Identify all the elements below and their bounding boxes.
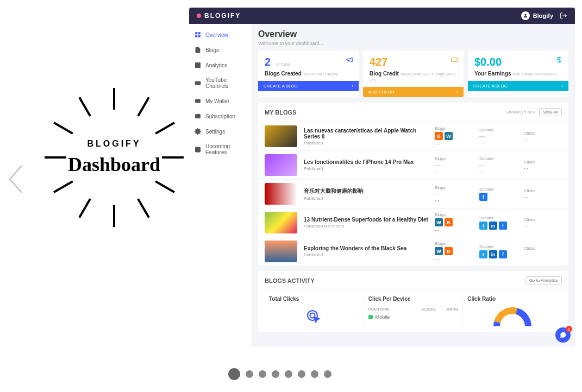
sidebar-label: Overview <box>205 32 228 38</box>
slide-brand: BLOGIFY <box>43 139 185 149</box>
blog-title: Les fonctionnalités de l'iPhone 14 Pro M… <box>304 159 428 165</box>
svg-rect-3 <box>196 35 198 37</box>
svg-rect-11 <box>196 99 201 103</box>
fb-social-icon: f <box>499 250 507 258</box>
card-blogs-created: 2 / 6 Total Blogs CreatedThis Month / Li… <box>258 50 359 97</box>
card-value: $0.00 <box>474 56 502 68</box>
bl-platform-icon: B <box>445 247 453 255</box>
goto-analytics-button[interactable]: Go to Analytics <box>525 276 562 284</box>
blog-thumbnail <box>265 154 297 176</box>
calendar-icon <box>195 146 201 153</box>
carousel-dot[interactable] <box>324 370 331 378</box>
blogs-activity-panel: BLOGS ACTIVITY Go to Analytics Total Cli… <box>258 271 568 332</box>
username: Blogify <box>533 12 553 19</box>
sidebar-item-overview[interactable]: Overview <box>189 27 252 42</box>
chevron-right-icon: › <box>352 84 353 88</box>
device-name: Mobile <box>376 314 390 320</box>
wallet-icon <box>195 98 201 104</box>
blog-thumbnail <box>265 125 297 147</box>
stat-label: Socials <box>479 216 517 220</box>
blog-row[interactable]: 音乐对大脑和健康的影响PublishedBlogs- -- -SocialsfC… <box>258 179 568 208</box>
sidebar-item-subscription[interactable]: Subscription <box>189 109 252 124</box>
view-all-button[interactable]: View All <box>539 108 562 116</box>
wp-platform-icon: W <box>435 247 443 255</box>
add-credit-button[interactable]: ADD CREDIT› <box>363 87 464 97</box>
blog-status: Published <box>304 166 428 171</box>
card-title: Blog Credit <box>370 71 399 77</box>
chat-fab-button[interactable]: 1 <box>555 327 571 343</box>
logout-icon[interactable] <box>560 12 567 20</box>
stat-label: Clicks <box>524 160 562 165</box>
app-logo[interactable]: BLOGIFY <box>197 12 241 20</box>
click-per-device-widget: Click Per Device PLATFORM CLICKS RATIO M… <box>364 296 464 327</box>
blog-title: Las nuevas características del Apple Wat… <box>304 128 428 140</box>
create-blog-button-2[interactable]: CREATE A BLOG› <box>468 81 568 91</box>
card-earnings: $0.00 Your Earningsfrom affiliate commis… <box>468 50 568 97</box>
carousel-dots <box>228 370 331 380</box>
carousel-dot[interactable] <box>246 370 253 378</box>
document-icon <box>195 47 201 53</box>
stat-label: Clicks <box>524 131 562 136</box>
svg-rect-1 <box>196 33 198 35</box>
carousel-dot[interactable] <box>259 370 266 378</box>
chart-icon <box>195 62 201 68</box>
fb-social-icon: f <box>499 222 507 230</box>
carousel-dot[interactable] <box>272 370 279 378</box>
grid-icon <box>195 31 201 38</box>
sidebar-item-youtube[interactable]: YouTube Channels <box>189 73 252 93</box>
sidebar-item-analytics[interactable]: Analytics <box>189 58 252 73</box>
create-blog-button[interactable]: CREATE A BLOG› <box>258 81 359 91</box>
stat-label: Clicks <box>524 246 562 251</box>
svg-rect-16 <box>196 147 201 152</box>
card-value: 427 <box>370 56 387 68</box>
carousel-prev-button[interactable] <box>5 163 27 198</box>
my-blogs-panel: MY BLOGS Showing 5 of 8 View All Las nue… <box>258 103 568 265</box>
stat-label: Blogs <box>435 212 473 217</box>
user-menu[interactable]: Blogify <box>521 11 553 20</box>
megaphone-icon <box>346 56 353 65</box>
li-social-icon: in <box>489 222 497 230</box>
carousel-dot[interactable] <box>298 370 305 378</box>
sidebar-item-blogs[interactable]: Blogs <box>189 42 252 58</box>
blog-thumbnail <box>265 241 297 262</box>
sidebar-item-settings[interactable]: Settings <box>189 124 252 139</box>
wp-platform-icon: W <box>445 132 453 140</box>
carousel-dot[interactable] <box>285 370 292 378</box>
widget-title: Total Clicks <box>269 296 359 302</box>
card-title: Blogs Created <box>265 71 302 77</box>
carousel-dot[interactable] <box>228 368 240 380</box>
blog-title: 13 Nutrient-Dense Superfoods for a Healt… <box>304 217 428 223</box>
blog-thumbnail <box>265 183 297 205</box>
wp-platform-icon: W <box>435 218 443 226</box>
click-ratio-widget: Click Ratio <box>463 296 562 327</box>
blog-status: Published last month <box>304 224 428 229</box>
fb-social-icon: f <box>479 193 487 201</box>
carousel-dot[interactable] <box>311 370 318 378</box>
sidebar-label: Settings <box>205 129 225 135</box>
stat-label: Blogs <box>435 185 473 190</box>
slide-title: Dashboard <box>43 153 185 176</box>
slide-label: BLOGIFY Dashboard <box>33 92 196 223</box>
blog-row[interactable]: Les fonctionnalités de l'iPhone 14 Pro M… <box>258 150 568 179</box>
stat-label: Blogs <box>435 241 473 246</box>
device-row: Mobile <box>368 314 459 320</box>
blog-status: Published <box>304 141 428 146</box>
card-value: 2 <box>265 56 271 68</box>
chevron-right-icon: › <box>456 90 458 94</box>
sidebar-label: Analytics <box>205 62 227 68</box>
donut-chart <box>493 307 531 326</box>
dollar-icon <box>555 56 563 65</box>
blog-row[interactable]: 13 Nutrient-Dense Superfoods for a Healt… <box>258 208 568 237</box>
card-title: Your Earnings <box>474 71 511 77</box>
stat-label: Clicks <box>524 188 562 193</box>
svg-rect-13 <box>196 115 201 118</box>
sidebar-item-wallet[interactable]: My Wallet <box>189 93 252 109</box>
stat-label: Socials <box>479 156 517 161</box>
blog-row[interactable]: Las nuevas características del Apple Wat… <box>258 122 568 150</box>
blog-row[interactable]: Exploring the Wonders of the Black SeaPu… <box>258 237 568 265</box>
page-subtitle: Welcome to your dashboard... <box>258 41 568 46</box>
sidebar-item-upcoming[interactable]: Upcoming Features <box>189 139 252 160</box>
card-icon <box>195 113 201 119</box>
credit-icon <box>450 56 458 65</box>
svg-rect-4 <box>198 35 201 37</box>
